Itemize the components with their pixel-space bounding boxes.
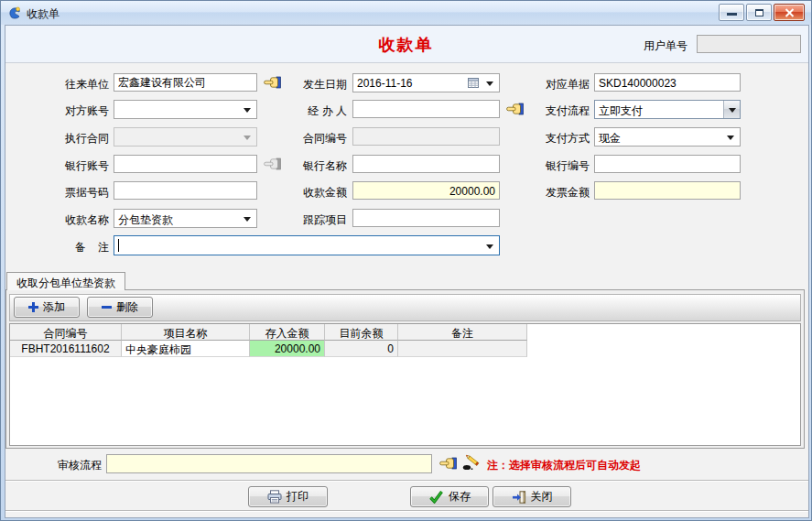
- page-title: 收款单: [1, 34, 811, 56]
- bank-account-field[interactable]: [114, 155, 257, 173]
- pay-flow-dropdown-icon: [729, 108, 736, 113]
- delete-row-button[interactable]: 删除: [87, 297, 153, 318]
- ref-doc-field[interactable]: [594, 73, 741, 92]
- pay-flow-label: 支付流程: [519, 103, 590, 119]
- col-header-current-balance: 目前余额: [325, 324, 398, 341]
- col-header-contract-no: 合同编号: [10, 324, 122, 341]
- print-label: 打印: [287, 489, 309, 505]
- audit-flow-label: 审核流程: [43, 458, 102, 473]
- receipt-name-value: 分包垫资款: [118, 212, 173, 228]
- remark-dropdown-icon[interactable]: [486, 244, 493, 249]
- remark-combo[interactable]: [114, 235, 500, 255]
- audit-note-text: 注：选择审核流程后可自动发起: [487, 458, 641, 473]
- partner-field[interactable]: [114, 73, 257, 92]
- detail-grid: 合同编号 项目名称 存入金额 目前余额 备注 FBHT2016111602 中央…: [9, 323, 801, 446]
- receipt-name-combo[interactable]: 分包垫资款: [114, 209, 257, 228]
- user-no-label: 用户单号: [634, 38, 687, 54]
- occur-date-label: 发生日期: [276, 77, 347, 92]
- col-header-project-name: 项目名称: [122, 324, 250, 341]
- col-header-deposit-amount: 存入金额: [250, 324, 325, 341]
- maximize-button[interactable]: [746, 4, 772, 21]
- contract-no-label: 合同编号: [276, 131, 347, 147]
- pay-method-label: 支付方式: [519, 131, 590, 147]
- bill-no-field[interactable]: [114, 181, 257, 200]
- bank-code-label: 银行编号: [519, 158, 590, 174]
- counter-account-label: 对方账号: [38, 103, 109, 119]
- plus-icon: [28, 302, 38, 312]
- check-icon: [428, 490, 444, 504]
- receipt-form-window: 收款单 收款单 用户单号 往来单位 发生日期 2016-11-16: [0, 0, 812, 521]
- counter-account-dropdown-icon[interactable]: [244, 108, 251, 113]
- ref-doc-label: 对应单据: [519, 77, 590, 92]
- bank-code-field[interactable]: [594, 155, 741, 173]
- close-button[interactable]: 关闭: [493, 486, 571, 507]
- print-button[interactable]: 打印: [248, 486, 328, 507]
- exec-contract-label: 执行合同: [38, 131, 109, 147]
- track-project-label: 跟踪项目: [276, 212, 347, 228]
- occur-date-dropdown-icon[interactable]: [486, 81, 493, 86]
- pay-flow-combo[interactable]: 立即支付: [594, 100, 741, 119]
- close-label: 关闭: [531, 489, 553, 505]
- pay-method-combo[interactable]: 现金: [594, 127, 741, 147]
- save-button[interactable]: 保存: [410, 486, 489, 507]
- printer-icon: [267, 490, 282, 504]
- remark-label: 备 注: [38, 240, 109, 255]
- invoice-amount-label: 发票金额: [519, 185, 590, 201]
- pay-flow-value: 立即支付: [599, 103, 643, 119]
- minimize-icon: [727, 13, 737, 16]
- col-header-remark: 备注: [398, 324, 527, 341]
- exit-door-icon: [512, 491, 526, 504]
- close-window-button[interactable]: [774, 4, 805, 21]
- maximize-icon: [755, 9, 763, 16]
- separator-line: [5, 480, 808, 482]
- track-project-field[interactable]: [352, 209, 500, 227]
- bill-no-label: 票据号码: [38, 185, 109, 201]
- receipt-name-label: 收款名称: [38, 212, 109, 228]
- minimize-button[interactable]: [719, 4, 744, 21]
- sign-pencil-icon[interactable]: [462, 454, 481, 471]
- close-icon: [785, 8, 795, 17]
- delete-row-label: 删除: [116, 299, 138, 315]
- occur-date-value: 2016-11-16: [357, 77, 413, 90]
- contract-no-field: [352, 127, 500, 146]
- window-title: 收款单: [27, 6, 60, 22]
- bottom-separator-line: [5, 510, 808, 512]
- receipt-name-dropdown-icon[interactable]: [244, 217, 251, 222]
- calendar-icon[interactable]: [468, 78, 479, 88]
- cell-project-name[interactable]: 中央豪庭柿园: [122, 341, 250, 357]
- pay-flow-dropdown-button[interactable]: [723, 101, 740, 118]
- bank-account-label: 银行账号: [38, 158, 109, 174]
- handler-label: 经 办 人: [276, 103, 347, 119]
- cell-current-balance[interactable]: 0: [325, 341, 398, 357]
- audit-flow-field[interactable]: [106, 454, 432, 473]
- cell-deposit-amount[interactable]: 20000.00: [250, 341, 325, 357]
- minus-icon: [102, 302, 112, 312]
- bank-name-label: 银行名称: [276, 158, 347, 174]
- add-row-button[interactable]: 添加: [14, 297, 80, 318]
- bank-name-field[interactable]: [352, 155, 500, 173]
- receipt-amount-field[interactable]: [352, 181, 500, 200]
- invoice-amount-field[interactable]: [594, 181, 741, 200]
- counter-account-combo[interactable]: [114, 100, 257, 119]
- cell-contract-no[interactable]: FBHT2016111602: [10, 341, 122, 357]
- save-label: 保存: [449, 489, 471, 505]
- pay-method-value: 现金: [599, 131, 621, 147]
- exec-contract-dropdown-icon: [244, 136, 251, 140]
- partner-label: 往来单位: [38, 77, 109, 92]
- text-caret: [118, 239, 119, 252]
- user-no-field[interactable]: [697, 35, 801, 53]
- app-icon: [7, 5, 22, 20]
- occur-date-picker[interactable]: 2016-11-16: [352, 73, 500, 92]
- tab-subcontract-advance[interactable]: 收取分包单位垫资款: [6, 272, 125, 290]
- add-row-label: 添加: [43, 299, 65, 315]
- receipt-amount-label: 收款金额: [276, 185, 347, 201]
- cell-remark[interactable]: [398, 341, 527, 357]
- title-bar: 收款单: [1, 1, 811, 25]
- handler-field[interactable]: [352, 100, 500, 118]
- exec-contract-combo: [114, 127, 257, 147]
- pay-method-dropdown-icon[interactable]: [727, 136, 734, 140]
- audit-picker-hand-icon[interactable]: [439, 457, 457, 470]
